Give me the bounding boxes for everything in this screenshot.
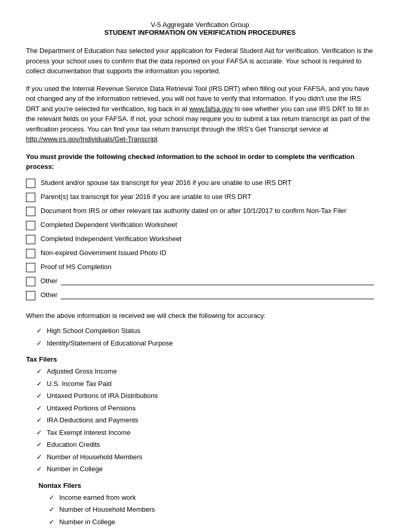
checklist-item-text: Proof of HS Completion	[41, 262, 374, 272]
list-item: Tax Exempt Interest Income	[38, 428, 374, 438]
page-title: V-5 Aggregate Verification Group STUDENT…	[26, 21, 374, 36]
checklist-item: Parent(s) tax transcript for year 2016 i…	[26, 192, 374, 202]
list-item: Number in College	[51, 517, 374, 527]
tax-filers-list: Adjusted Gross IncomeU.S. Income Tax Pai…	[26, 366, 374, 474]
checklist-item: Proof of HS Completion	[26, 262, 374, 272]
other-underline[interactable]	[61, 291, 374, 299]
accuracy-list: High School Completion StatusIdentity/St…	[26, 326, 374, 348]
checklist-item: Completed Dependent Verification Workshe…	[26, 220, 374, 230]
list-item: Identity/Statement of Educational Purpos…	[38, 338, 374, 349]
checklist: Student and/or spouse tax transcript for…	[26, 178, 374, 300]
list-item: High School Completion Status	[38, 326, 374, 336]
page-main-title: STUDENT INFORMATION ON VERIFICATION PROC…	[26, 29, 374, 36]
intro-paragraph-2: If you used the Internal Revenue Service…	[26, 84, 374, 144]
list-item: Education Credits	[38, 440, 374, 450]
other-line: Other	[41, 290, 374, 300]
checkbox[interactable]	[26, 179, 35, 188]
list-item: IRA Deductions and Payments	[38, 415, 374, 425]
checklist-intro: You must provide the following checked i…	[26, 152, 374, 172]
intro-paragraph-1: The Department of Education has selected…	[26, 46, 374, 76]
checkbox[interactable]	[26, 249, 35, 258]
checklist-item: Student and/or spouse tax transcript for…	[26, 178, 374, 188]
list-item: U.S. Income Tax Paid	[38, 379, 374, 389]
list-item: Number of Household Members	[51, 504, 374, 515]
other-line: Other	[41, 276, 374, 286]
nontax-filers-list: Income earned from workNumber of Househo…	[38, 493, 374, 527]
checklist-item-text: Student and/or spouse tax transcript for…	[41, 178, 374, 188]
checklist-item-text: Parent(s) tax transcript for year 2016 i…	[41, 192, 374, 202]
list-item: Adjusted Gross Income	[38, 366, 374, 377]
checkbox[interactable]	[26, 277, 35, 286]
accuracy-section: When the above information is received w…	[26, 311, 374, 349]
checklist-item-text: Non-expired Government Issued Photo ID	[41, 248, 374, 258]
checklist-item-text: Completed Dependent Verification Workshe…	[41, 220, 374, 230]
other-label: Other	[41, 290, 58, 300]
list-item: Number in College	[38, 464, 374, 474]
checkbox[interactable]	[26, 193, 35, 202]
fafsa-link[interactable]: www.fafsa.gov	[189, 105, 233, 113]
checklist-item: Non-expired Government Issued Photo ID	[26, 248, 374, 258]
list-item: Income earned from work	[51, 493, 374, 503]
checkbox[interactable]	[26, 263, 35, 272]
page-subtitle: V-5 Aggregate Verification Group	[26, 21, 374, 29]
checkbox[interactable]	[26, 207, 35, 216]
other-label: Other	[41, 276, 58, 286]
list-item: Number of Household Members	[38, 452, 374, 462]
checklist-item: Completed Independent Verification Works…	[26, 234, 374, 244]
irs-transcript-link[interactable]: http://www.irs.gov/Individuals/Get-Trans…	[26, 135, 157, 143]
checkbox[interactable]	[26, 291, 35, 300]
list-item: Untaxed Portions of IRA Distributions	[38, 391, 374, 401]
checkbox[interactable]	[26, 235, 35, 244]
checklist-item-text: Completed Independent Verification Works…	[41, 234, 374, 244]
list-item: Untaxed Portions of Pensions	[38, 403, 374, 414]
checklist-item: Document from IRS or other relevant tax …	[26, 206, 374, 216]
checklist-item: Other	[26, 290, 374, 300]
checklist-item: Other	[26, 276, 374, 286]
tax-filers-section: Tax Filers Adjusted Gross IncomeU.S. Inc…	[26, 355, 374, 527]
other-underline[interactable]	[61, 277, 374, 285]
accuracy-intro: When the above information is received w…	[26, 311, 374, 321]
checklist-item-text: Document from IRS or other relevant tax …	[41, 206, 374, 216]
nontax-filers-section: Nontax Filers Income earned from workNum…	[38, 482, 374, 527]
tax-filers-title: Tax Filers	[26, 355, 374, 363]
nontax-filers-title: Nontax Filers	[38, 482, 374, 489]
checkbox[interactable]	[26, 221, 35, 230]
